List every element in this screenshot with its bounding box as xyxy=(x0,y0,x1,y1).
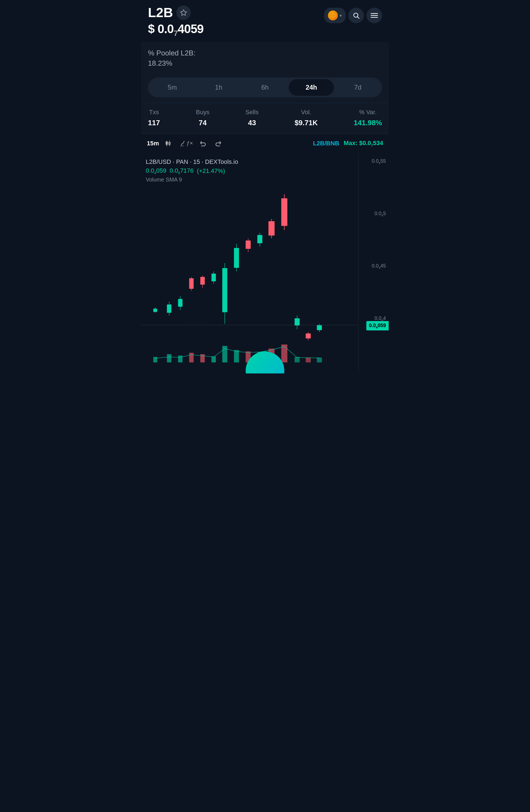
svg-rect-47 xyxy=(153,357,157,362)
chevron-down-icon: ▾ xyxy=(339,13,342,18)
tab-1h[interactable]: 1h xyxy=(196,79,241,96)
svg-rect-12 xyxy=(166,142,168,145)
time-tabs: 5m 1h 6h 24h 7d xyxy=(148,77,382,97)
svg-rect-59 xyxy=(294,357,299,362)
menu-button[interactable] xyxy=(366,8,382,23)
pool-value: 18.23% xyxy=(148,59,382,68)
chart-max-label: Max: $0.07534 xyxy=(344,140,383,147)
current-price-line xyxy=(141,325,358,325)
y-label-1: 0.0455 xyxy=(361,158,386,165)
undo-button[interactable] xyxy=(198,139,208,148)
svg-line-7 xyxy=(358,17,359,18)
chart-price-change: (+21.47%) xyxy=(197,168,225,175)
redo-button[interactable] xyxy=(213,139,223,148)
tab-5m[interactable]: 5m xyxy=(150,79,195,96)
svg-rect-60 xyxy=(306,358,311,362)
stats-grid: Txs 117 Buys 74 Sells 43 Vol. $9.71K % V… xyxy=(148,109,382,127)
chart-price-open: 0.04059 xyxy=(146,167,166,175)
chart-title: L2B/USD · PAN · 15 · DEXTools.io xyxy=(146,158,238,165)
function-button[interactable]: ƒ× ƒ× xyxy=(178,139,194,148)
svg-rect-50 xyxy=(189,353,194,362)
y-label-3: 0.0445 xyxy=(361,263,386,270)
stat-txs-label: Txs xyxy=(149,109,159,116)
svg-rect-26 xyxy=(200,277,205,285)
svg-rect-16 xyxy=(141,153,358,374)
stat-vol-value: $9.71K xyxy=(294,119,318,127)
star-icon xyxy=(180,9,187,16)
stat-buys-label: Buys xyxy=(196,109,210,116)
stat-sells-label: Sells xyxy=(246,109,259,116)
cube-icon xyxy=(329,12,336,19)
token-title-row: L2B xyxy=(148,5,204,20)
chart-area: L2B/USD · PAN · 15 · DEXTools.io 0.04059… xyxy=(141,153,389,374)
search-icon xyxy=(352,12,360,19)
chart-toolbar: 15m ƒ× ƒ× L2B/BNB Max: $0.07534 xyxy=(141,134,389,153)
svg-rect-20 xyxy=(167,304,171,313)
favorite-button[interactable] xyxy=(177,5,191,20)
chart-svg xyxy=(141,153,358,374)
header-right: ▾ xyxy=(324,5,382,23)
svg-rect-53 xyxy=(222,346,227,362)
chart-timeframe: 15m xyxy=(147,140,159,147)
price-subscript: 7 xyxy=(173,29,178,38)
stat-sells-value: 43 xyxy=(248,119,256,127)
tab-7d[interactable]: 7d xyxy=(335,79,380,96)
y-axis: 0.0455 0.045 0.0445 0.044 xyxy=(358,153,389,374)
stat-txs: Txs 117 xyxy=(148,109,160,127)
pool-info-section: % Pooled L2B: 18.23% xyxy=(141,42,389,73)
hamburger-icon xyxy=(371,13,378,18)
stat-var-value: 141.98% xyxy=(353,119,382,127)
chart-price-close: 0.087176 xyxy=(170,167,194,175)
function-text: ƒ× xyxy=(186,140,193,146)
stat-vol-label: Vol. xyxy=(301,109,311,116)
svg-rect-24 xyxy=(189,278,194,289)
svg-rect-38 xyxy=(269,221,275,235)
svg-rect-44 xyxy=(306,333,311,338)
tab-24h[interactable]: 24h xyxy=(289,79,334,96)
token-price: $ 0.074059 xyxy=(148,22,204,38)
svg-rect-22 xyxy=(178,299,182,307)
candlestick-icon xyxy=(165,140,172,147)
stats-section: Txs 117 Buys 74 Sells 43 Vol. $9.71K % V… xyxy=(141,103,389,134)
current-price-badge: 0.04059 xyxy=(366,321,389,331)
tab-6h[interactable]: 6h xyxy=(242,79,288,96)
svg-rect-52 xyxy=(211,356,216,362)
svg-rect-40 xyxy=(281,198,287,226)
svg-rect-61 xyxy=(317,358,322,362)
redo-icon xyxy=(214,140,222,147)
stat-buys: Buys 74 xyxy=(196,109,210,127)
svg-rect-32 xyxy=(234,248,239,268)
stat-var: % Var. 141.98% xyxy=(353,109,382,127)
volume-label: Volume SMA 9 xyxy=(146,176,182,183)
svg-text:ƒ×: ƒ× xyxy=(181,144,184,147)
svg-rect-49 xyxy=(178,356,182,362)
stat-var-label: % Var. xyxy=(359,109,377,116)
search-button[interactable] xyxy=(348,8,364,23)
stat-txs-value: 117 xyxy=(148,119,160,127)
svg-marker-0 xyxy=(181,10,186,15)
stat-buys-value: 74 xyxy=(199,119,207,127)
network-selector[interactable]: ▾ xyxy=(324,8,346,23)
undo-icon xyxy=(199,140,207,147)
svg-rect-28 xyxy=(211,274,216,281)
svg-rect-51 xyxy=(200,354,205,362)
header-left: L2B $ 0.074059 xyxy=(148,5,204,38)
token-name: L2B xyxy=(148,6,173,19)
header: L2B $ 0.074059 ▾ xyxy=(141,0,389,42)
function-icon: ƒ× xyxy=(179,140,186,147)
chart-prices: 0.04059 0.087176 (+21.47%) xyxy=(146,167,225,175)
network-icon xyxy=(328,11,338,20)
svg-rect-46 xyxy=(317,325,322,330)
pool-label: % Pooled L2B: xyxy=(148,49,382,57)
svg-rect-30 xyxy=(222,268,227,312)
time-filter-section: 5m 1h 6h 24h 7d xyxy=(141,73,389,103)
svg-rect-42 xyxy=(294,318,299,325)
svg-rect-48 xyxy=(167,354,171,362)
svg-rect-18 xyxy=(153,309,157,312)
candlestick-type-button[interactable] xyxy=(164,139,173,148)
chart-pair-label: L2B/BNB xyxy=(313,140,339,147)
y-label-2: 0.045 xyxy=(361,211,386,217)
stat-vol: Vol. $9.71K xyxy=(294,109,318,127)
candlestick-chart xyxy=(141,153,358,374)
svg-rect-54 xyxy=(234,350,239,362)
